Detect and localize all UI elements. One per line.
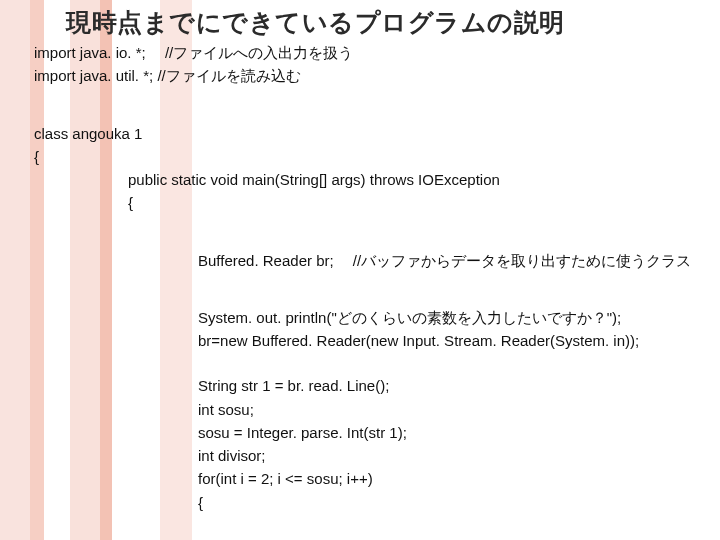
code-line: String str 1 = br. read. Line(); [198, 374, 700, 397]
code-line: int sosu; [198, 398, 700, 421]
code-line: int divisor; [198, 444, 700, 467]
code-line: { [34, 145, 700, 168]
code-line: { [128, 191, 700, 214]
code-line: class angouka 1 [34, 122, 700, 145]
code-line: br=new Buffered. Reader(new Input. Strea… [198, 329, 700, 352]
code-line: for(int i = 2; i <= sosu; i++) [198, 467, 700, 490]
code-line: import java. io. *; //ファイルへの入出力を扱う [34, 41, 700, 64]
code-line: System. out. println("どのくらいの素数を入力したいですか？… [198, 306, 700, 329]
code-line: public static void main(String[] args) t… [128, 168, 700, 191]
code-line: sosu = Integer. parse. Int(str 1); [198, 421, 700, 444]
slide-title: 現時点までにできているプログラムの説明 [66, 6, 700, 39]
code-line: { [198, 491, 700, 514]
slide-content: 現時点までにできているプログラムの説明 import java. io. *; … [0, 0, 720, 514]
code-line: import java. util. *; //ファイルを読み込む [34, 64, 700, 87]
code-line: Buffered. Reader br; //バッファからデータを取り出すために… [198, 249, 700, 272]
